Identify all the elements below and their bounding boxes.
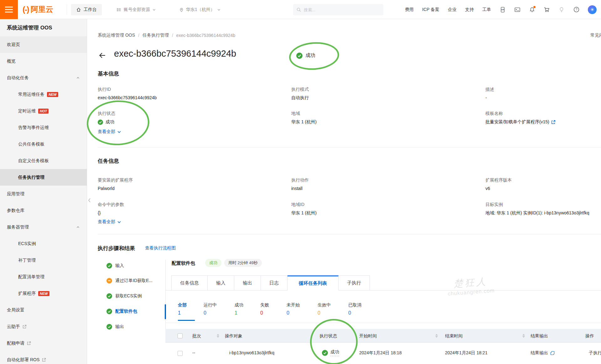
sidebar-item-extensions[interactable]: 扩展程序 NEW xyxy=(0,285,87,302)
nav-link-tickets[interactable]: 工单 xyxy=(482,7,491,13)
step-output[interactable]: 输出 xyxy=(106,324,124,330)
app-download-icon[interactable]: APP xyxy=(500,7,506,13)
hot-badge: HOT xyxy=(38,109,49,114)
external-link-icon xyxy=(42,358,46,362)
region-selector[interactable]: 华东1（杭州） xyxy=(179,4,221,15)
task-info-heading: 任务信息 xyxy=(98,157,119,165)
section-divider xyxy=(98,147,601,147)
sort-start-time[interactable] xyxy=(435,329,438,343)
notification-dot xyxy=(533,6,536,8)
search-input[interactable] xyxy=(304,8,376,12)
success-check-icon xyxy=(98,120,103,125)
chevron-up-icon xyxy=(76,76,80,80)
success-check-icon xyxy=(106,309,112,314)
nav-link-enterprise[interactable]: 企业 xyxy=(448,7,457,13)
panel-step-title: 配置软件包 xyxy=(172,260,195,266)
row-checkbox[interactable] xyxy=(178,351,183,356)
view-all-link[interactable]: 查看全部 xyxy=(98,129,121,135)
section-divider xyxy=(98,234,601,234)
chevron-down-icon xyxy=(117,130,121,134)
sidebar-item-scheduled-ops[interactable]: 定时运维 HOT xyxy=(0,103,87,119)
sidebar-item-inventory-management[interactable]: 配置清单管理 xyxy=(0,269,87,285)
sidebar-item-ros-deploy[interactable]: 自动化部署 ROS xyxy=(0,351,87,364)
faq-link[interactable]: 常见问题 xyxy=(590,33,601,38)
step-get-ecs[interactable]: 获取ECS实例 xyxy=(106,293,142,299)
sidebar-item-task-executions[interactable]: 任务执行管理 xyxy=(0,169,87,186)
account-resources-selector[interactable]: 账号全部资源 xyxy=(117,4,156,15)
step-duration-pill: 用时 2分钟 49秒 xyxy=(224,259,262,267)
panel-tabs: 任务信息 输入 输出 日志 循环任务列表 子执行 xyxy=(171,275,370,290)
tab-input[interactable]: 输入 xyxy=(208,275,234,290)
aliyun-logo[interactable]: (-) 阿里云 xyxy=(23,4,53,14)
step-input[interactable]: 输入 xyxy=(106,263,124,269)
breadcrumb-item-current: exec-b366bc75396144c9924b xyxy=(176,33,235,38)
tab-loop-task-list[interactable]: 循环任务列表 xyxy=(288,275,339,290)
back-arrow-button[interactable] xyxy=(98,51,106,59)
column-target: 操作对象 xyxy=(225,329,242,343)
sidebar-item-overview[interactable]: 概览 xyxy=(0,53,87,69)
sidebar-item-global-settings[interactable]: 全局设置 xyxy=(0,302,87,318)
lightbulb-icon[interactable] xyxy=(558,7,565,13)
resources-icon xyxy=(117,7,122,12)
sidebar-item-server-management[interactable]: 服务器管理 xyxy=(0,219,87,235)
success-check-icon xyxy=(106,263,112,269)
breadcrumb-item-executions[interactable]: 任务执行管理 xyxy=(142,33,169,38)
view-flow-chart-link[interactable]: 查看执行流程图 xyxy=(145,245,176,251)
nav-link-support[interactable]: 支持 xyxy=(465,7,474,13)
sidebar-item-app-management[interactable]: 应用管理 xyxy=(0,186,87,202)
sidebar-item-public-templates[interactable]: 公共任务模板 xyxy=(0,136,87,152)
cart-icon[interactable] xyxy=(544,7,550,13)
page-title: exec-b366bc75396144c9924b xyxy=(114,49,236,59)
sidebar-item-ecs-instances[interactable]: ECS实例 xyxy=(0,235,87,252)
view-all-link[interactable]: 查看全部 xyxy=(98,219,121,225)
filter-running[interactable]: 运行中 0 xyxy=(204,302,217,316)
filter-in-effect[interactable]: 生效中 0 xyxy=(318,302,331,316)
top-navbar: (-) 阿里云 工作台 账号全部资源 xyxy=(0,0,601,19)
sidebar-collapse-handle[interactable] xyxy=(87,193,91,207)
field-description: 描述 - xyxy=(485,87,494,100)
tab-logs[interactable]: 日志 xyxy=(261,275,288,290)
sidebar-item-common-ops-tasks[interactable]: 常用运维任务 NEW xyxy=(0,86,87,103)
active-filter-underline xyxy=(178,320,195,321)
tab-task-info[interactable]: 任务信息 xyxy=(171,275,208,290)
row-status: 成功 xyxy=(322,349,339,356)
row-action-sub-execution[interactable]: 子执行 xyxy=(589,350,601,356)
notifications-bell-icon[interactable] xyxy=(529,7,535,13)
field-exec-id: 执行ID exec-b366bc75396144c9924b xyxy=(98,87,157,100)
terminal-icon[interactable] xyxy=(514,7,521,13)
external-link-icon xyxy=(23,325,27,329)
sidebar-item-quota-request[interactable]: 配额申请 xyxy=(0,335,87,351)
select-all-checkbox[interactable] xyxy=(178,333,183,338)
sidebar-item-patch-management[interactable]: 补丁管理 xyxy=(0,252,87,269)
template-link[interactable]: 批量安装/卸载单个扩展程序(v15) xyxy=(485,119,556,125)
sidebar-product-title: 系统运维管理 OOS xyxy=(0,19,87,36)
filter-cancelled[interactable]: 已取消 0 xyxy=(348,302,361,316)
hamburger-menu-button[interactable] xyxy=(0,0,18,19)
row-output-link[interactable]: 结果输出 xyxy=(531,350,555,356)
sort-batch[interactable] xyxy=(216,329,220,343)
sidebar-item-welcome[interactable]: 欢迎页 xyxy=(0,36,87,53)
breadcrumb-item-oos[interactable]: 系统运维管理 OOS xyxy=(98,33,135,38)
tab-output[interactable]: 输出 xyxy=(234,275,261,290)
workbench-button[interactable]: 工作台 xyxy=(71,4,102,15)
filter-failed[interactable]: 失败 0 xyxy=(260,302,269,316)
sidebar-item-automated-tasks[interactable]: 自动化任务 xyxy=(0,69,87,86)
sidebar-item-parameter-store[interactable]: 参数仓库 xyxy=(0,202,87,219)
sort-end-time[interactable] xyxy=(522,329,525,343)
nav-link-billing[interactable]: 费用 xyxy=(405,7,414,13)
filter-all[interactable]: 全部 1 xyxy=(178,302,187,316)
step-get-order[interactable]: 通过订单ID获取E... xyxy=(106,278,153,284)
row-instance-link[interactable]: i-bp13nywo613o3jlrtfkq xyxy=(229,350,274,355)
user-avatar[interactable]: ✳ xyxy=(588,5,597,14)
filter-not-started[interactable]: 未开始 0 xyxy=(287,302,300,316)
tab-sub-executions[interactable]: 子执行 xyxy=(339,275,370,290)
sidebar-item-custom-templates[interactable]: 自定义任务模板 xyxy=(0,152,87,169)
step-configure-package[interactable]: 配置软件包 xyxy=(106,309,137,314)
sidebar-item-alert-event-ops[interactable]: 告警与事件运维 xyxy=(0,119,87,136)
filter-success[interactable]: 成功 1 xyxy=(235,302,243,316)
sidebar-item-cloud-assistant[interactable]: 云助手 xyxy=(0,318,87,335)
help-icon[interactable]: ? xyxy=(573,7,579,13)
chevron-down-icon xyxy=(152,8,156,12)
nav-link-icp[interactable]: ICP 备案 xyxy=(422,7,439,13)
steps-divider xyxy=(165,260,166,338)
